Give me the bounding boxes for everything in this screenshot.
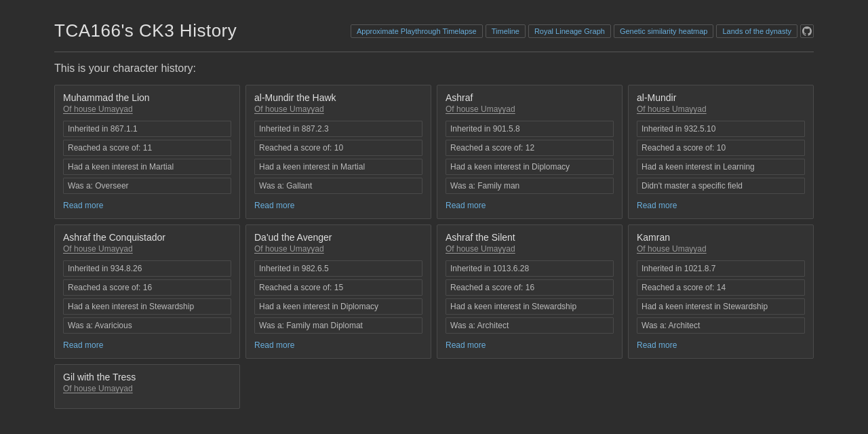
- section-title: This is your character history:: [54, 62, 814, 75]
- character-score-3: Reached a score of: 12: [446, 140, 614, 156]
- character-score-7: Reached a score of: 16: [446, 279, 614, 296]
- character-house-8: Of house Umayyad: [637, 244, 805, 254]
- character-name-1: Muhammad the Lion: [63, 92, 231, 103]
- header-divider: [54, 52, 814, 52]
- character-score-2: Reached a score of: 10: [254, 140, 422, 156]
- character-name-6: Da'ud the Avenger: [254, 232, 422, 243]
- character-house-6: Of house Umayyad: [254, 244, 422, 254]
- character-score-4: Reached a score of: 10: [637, 140, 805, 156]
- character-interest-8: Had a keen interest in Stewardship: [637, 298, 805, 315]
- character-interest-4: Had a keen interest in Learning: [637, 159, 805, 175]
- character-interest-3: Had a keen interest in Diplomacy: [446, 159, 614, 175]
- character-name-7: Ashraf the Silent: [446, 232, 614, 243]
- character-name-3: Ashraf: [446, 92, 614, 103]
- nav-heatmap[interactable]: Genetic similarity heatmap: [614, 24, 714, 38]
- character-name-9: Gil with the Tress: [63, 372, 231, 382]
- character-role-6: Was a: Family man Diplomat: [254, 317, 422, 334]
- character-house-4: Of house Umayyad: [637, 104, 805, 114]
- character-interest-1: Had a keen interest in Martial: [63, 159, 231, 175]
- character-inherited-4: Inherited in 932.5.10: [637, 121, 805, 137]
- nav-timeline[interactable]: Timeline: [486, 24, 526, 38]
- character-interest-7: Had a keen interest in Stewardship: [446, 298, 614, 315]
- character-interest-2: Had a keen interest in Martial: [254, 159, 422, 175]
- character-role-2: Was a: Gallant: [254, 178, 422, 194]
- character-card-6: Da'ud the Avenger Of house Umayyad Inher…: [245, 224, 431, 359]
- character-card-8: Kamran Of house Umayyad Inherited in 102…: [628, 224, 814, 359]
- characters-row3: Gil with the Tress Of house Umayyad: [0, 364, 868, 409]
- character-card-2: al-Mundir the Hawk Of house Umayyad Inhe…: [245, 85, 431, 219]
- character-inherited-3: Inherited in 901.5.8: [446, 121, 614, 137]
- character-house-7: Of house Umayyad: [446, 244, 614, 254]
- character-card-7: Ashraf the Silent Of house Umayyad Inher…: [437, 224, 623, 359]
- character-inherited-2: Inherited in 887.2.3: [254, 121, 422, 137]
- character-role-8: Was a: Architect: [637, 317, 805, 334]
- characters-row2: Ashraf the Conquistador Of house Umayyad…: [0, 224, 868, 359]
- character-house-1: Of house Umayyad: [63, 104, 231, 114]
- character-house-5: Of house Umayyad: [63, 244, 231, 254]
- character-score-6: Reached a score of: 15: [254, 279, 422, 296]
- read-more-5[interactable]: Read more: [63, 340, 103, 350]
- character-card-9: Gil with the Tress Of house Umayyad: [54, 364, 240, 409]
- character-role-1: Was a: Overseer: [63, 178, 231, 194]
- character-score-5: Reached a score of: 16: [63, 279, 231, 296]
- character-house-3: Of house Umayyad: [446, 104, 614, 114]
- character-inherited-5: Inherited in 934.8.26: [63, 260, 231, 277]
- read-more-4[interactable]: Read more: [637, 201, 677, 210]
- character-inherited-8: Inherited in 1021.8.7: [637, 260, 805, 277]
- read-more-6[interactable]: Read more: [254, 340, 294, 350]
- character-score-8: Reached a score of: 14: [637, 279, 805, 296]
- character-interest-5: Had a keen interest in Stewardship: [63, 298, 231, 315]
- nav-timelapse[interactable]: Approximate Playthrough Timelapse: [351, 24, 483, 38]
- character-inherited-7: Inherited in 1013.6.28: [446, 260, 614, 277]
- nav-links: Approximate Playthrough Timelapse Timeli…: [351, 24, 814, 38]
- github-icon[interactable]: [800, 24, 814, 38]
- character-card-1: Muhammad the Lion Of house Umayyad Inher…: [54, 85, 240, 219]
- character-name-2: al-Mundir the Hawk: [254, 92, 422, 103]
- character-role-3: Was a: Family man: [446, 178, 614, 194]
- character-inherited-1: Inherited in 867.1.1: [63, 121, 231, 137]
- read-more-3[interactable]: Read more: [446, 201, 486, 210]
- character-name-5: Ashraf the Conquistador: [63, 232, 231, 243]
- character-interest-6: Had a keen interest in Diplomacy: [254, 298, 422, 315]
- read-more-1[interactable]: Read more: [63, 201, 103, 210]
- character-house-9: Of house Umayyad: [63, 384, 231, 393]
- site-title: TCA166's CK3 History: [54, 20, 237, 41]
- nav-lineage[interactable]: Royal Lineage Graph: [528, 24, 611, 38]
- read-more-8[interactable]: Read more: [637, 340, 677, 350]
- character-name-8: Kamran: [637, 232, 805, 243]
- nav-lands[interactable]: Lands of the dynasty: [716, 24, 797, 38]
- character-name-4: al-Mundir: [637, 92, 805, 103]
- character-card-3: Ashraf Of house Umayyad Inherited in 901…: [437, 85, 623, 219]
- characters-row1: Muhammad the Lion Of house Umayyad Inher…: [0, 85, 868, 219]
- page-header: TCA166's CK3 History Approximate Playthr…: [0, 0, 868, 52]
- character-card-5: Ashraf the Conquistador Of house Umayyad…: [54, 224, 240, 359]
- read-more-7[interactable]: Read more: [446, 340, 486, 350]
- character-house-2: Of house Umayyad: [254, 104, 422, 114]
- character-score-1: Reached a score of: 11: [63, 140, 231, 156]
- read-more-2[interactable]: Read more: [254, 201, 294, 210]
- character-role-7: Was a: Architect: [446, 317, 614, 334]
- character-card-4: al-Mundir Of house Umayyad Inherited in …: [628, 85, 814, 219]
- character-role-5: Was a: Avaricious: [63, 317, 231, 334]
- character-role-4: Didn't master a specific field: [637, 178, 805, 194]
- character-inherited-6: Inherited in 982.6.5: [254, 260, 422, 277]
